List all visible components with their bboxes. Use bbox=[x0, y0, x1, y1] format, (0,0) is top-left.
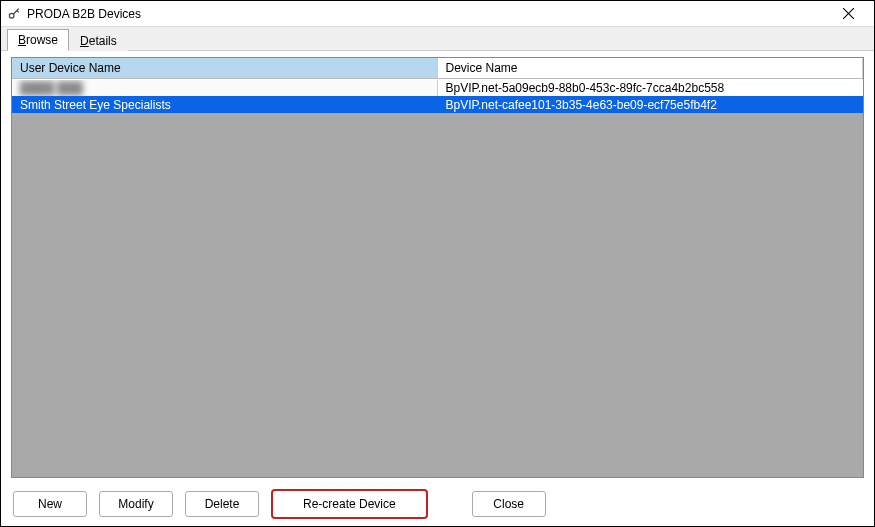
device-grid[interactable]: User Device Name Device Name ████ ███BpV… bbox=[11, 57, 864, 478]
new-button[interactable]: New bbox=[13, 491, 87, 517]
tab-browse[interactable]: Browse bbox=[7, 29, 69, 51]
titlebar: PRODA B2B Devices bbox=[1, 1, 874, 27]
modify-button[interactable]: Modify bbox=[99, 491, 173, 517]
col-header-device-name[interactable]: Device Name bbox=[438, 58, 864, 78]
grid-header: User Device Name Device Name bbox=[12, 58, 863, 79]
cell-device-name: BpVIP.net-cafee101-3b35-4e63-be09-ecf75e… bbox=[438, 97, 864, 113]
cell-user-device: Smith Street Eye Specialists bbox=[12, 97, 438, 113]
tab-bar: Browse Details bbox=[1, 27, 874, 51]
svg-point-0 bbox=[9, 13, 14, 18]
close-dialog-button[interactable]: Close bbox=[472, 491, 546, 517]
cell-device-name: BpVIP.net-5a09ecb9-88b0-453c-89fc-7cca4b… bbox=[438, 80, 864, 96]
delete-button[interactable]: Delete bbox=[185, 491, 259, 517]
grid-body: ████ ███BpVIP.net-5a09ecb9-88b0-453c-89f… bbox=[12, 79, 863, 477]
button-bar: New Modify Delete Re-create Device Close bbox=[1, 482, 874, 526]
recreate-device-button[interactable]: Re-create Device bbox=[271, 489, 428, 519]
cell-user-device: ████ ███ bbox=[12, 80, 438, 96]
tab-details[interactable]: Details bbox=[69, 30, 128, 51]
close-button[interactable] bbox=[828, 2, 868, 26]
table-row[interactable]: Smith Street Eye SpecialistsBpVIP.net-ca… bbox=[12, 96, 863, 113]
col-header-user-device[interactable]: User Device Name bbox=[12, 58, 438, 78]
key-icon bbox=[7, 7, 21, 21]
window-title: PRODA B2B Devices bbox=[27, 7, 828, 21]
table-row[interactable]: ████ ███BpVIP.net-5a09ecb9-88b0-453c-89f… bbox=[12, 79, 863, 96]
content-area: User Device Name Device Name ████ ███BpV… bbox=[1, 51, 874, 482]
window-frame: PRODA B2B Devices Browse Details User De… bbox=[0, 0, 875, 527]
